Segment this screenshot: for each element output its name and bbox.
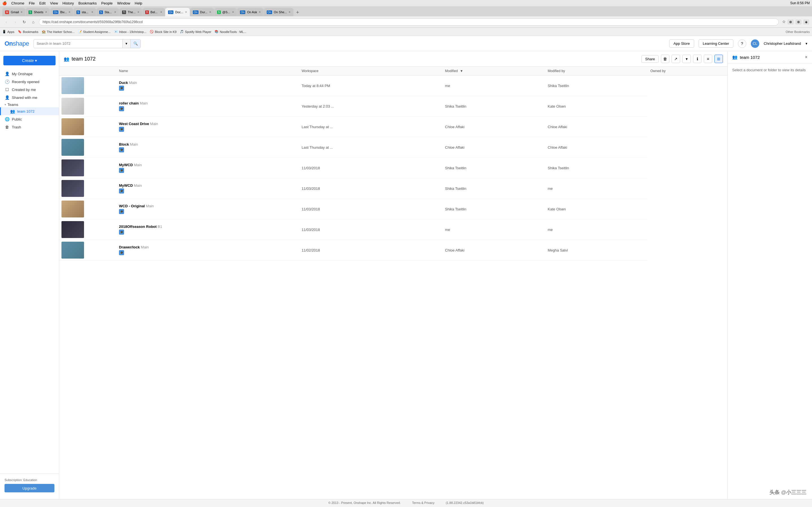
sidebar-item-trash[interactable]: 🗑 Trash — [0, 123, 59, 131]
doc-name-cell[interactable]: Drawer/lock Main 🎓 — [116, 240, 298, 261]
doc-modified-by-cell: Chloe Affaki — [442, 137, 544, 158]
bookmark-blocksite[interactable]: 🚫Block Site in K9 — [150, 30, 176, 34]
doc-modified-cell: Today at 8:44 PM — [298, 75, 442, 96]
detail-close-button[interactable]: × — [805, 55, 808, 60]
col-modified-by[interactable]: Modified by — [545, 67, 647, 75]
bookmark-bookmarks[interactable]: 🔖Bookmarks — [18, 30, 38, 34]
create-button[interactable]: Create ▾ — [3, 56, 56, 65]
address-input[interactable]: https://cad.onshape.com/documents/t/5926… — [39, 18, 779, 25]
grid-view-button[interactable]: ⊞ — [714, 55, 723, 63]
tab-onshape-1[interactable]: On Biv... × — [50, 8, 73, 16]
table-row[interactable]: Block Main 🎓 Last Thursday at ... Chloe … — [59, 137, 727, 158]
tab-onshape-dur[interactable]: On Dur... × — [190, 8, 214, 16]
doc-name-cell[interactable]: 2018Offseason Robot B1 🎓 — [116, 219, 298, 240]
view-menu[interactable]: View — [50, 1, 58, 5]
teams-section-header[interactable]: ▾ Teams — [0, 101, 59, 107]
table-row[interactable]: Drawer/lock Main 🎓 11/02/2018 Chloe Affa… — [59, 240, 727, 261]
sidebar-item-team-1072[interactable]: 👥 team 1072 — [0, 107, 59, 115]
sidebar-item-my-onshape[interactable]: 👤 My Onshape — [0, 70, 59, 78]
edit-menu[interactable]: Edit — [39, 1, 45, 5]
tab-sta2[interactable]: S Sta... × — [96, 8, 119, 16]
help-button[interactable]: ? — [738, 40, 746, 48]
bookmarks-menu[interactable]: Bookmarks — [79, 1, 97, 5]
other-bookmarks[interactable]: Other Bookmarks — [785, 30, 810, 34]
doc-name-cell[interactable]: Block Main 🎓 — [116, 137, 298, 158]
doc-name-cell[interactable]: WCD - Original Main 🎓 — [116, 199, 298, 219]
tab-gmail[interactable]: M Gmail × — [2, 8, 26, 16]
ext-3[interactable]: ◈ — [803, 19, 809, 24]
col-modified[interactable]: Modified ▼ — [442, 67, 544, 75]
tab-bel[interactable]: B Bel... × — [142, 8, 165, 16]
documents-table: Name Workspace Modified ▼ Modified by Ow… — [59, 67, 727, 261]
app-store-button[interactable]: App Store — [669, 40, 694, 48]
detail-panel-message: Select a document or folder to view its … — [732, 68, 806, 72]
doc-modified-by-cell: me — [442, 219, 544, 240]
help-menu[interactable]: Help — [135, 1, 142, 5]
share-button[interactable]: Share — [642, 55, 659, 63]
tab-on-she[interactable]: On On She... × — [264, 8, 294, 16]
delete-button[interactable]: 🗑 — [661, 55, 669, 63]
bookmark-spotify[interactable]: 🎵Spotify Web Player — [180, 30, 211, 34]
user-menu-chevron[interactable]: ▾ — [806, 41, 808, 46]
onshape-logo[interactable]: Onshape — [4, 40, 29, 47]
bookmark-student[interactable]: 📝Student Assignme... — [78, 30, 111, 34]
doc-owned-by-cell: Chloe Affaki — [545, 137, 647, 158]
tab-on-ask[interactable]: On On Ask × — [237, 8, 264, 16]
table-row[interactable]: WCD - Original Main 🎓 11/03/2018 Shika T… — [59, 199, 727, 219]
sidebar-item-shared-with-me[interactable]: 👤 Shared with me — [0, 94, 59, 101]
doc-name-cell[interactable]: Duck Main 🎓 — [116, 75, 298, 96]
table-row[interactable]: West Coast Drive Main 🎓 Last Thursday at… — [59, 117, 727, 137]
history-menu[interactable]: History — [63, 1, 74, 5]
sidebar-item-recently-opened[interactable]: 🕐 Recently opened — [0, 78, 59, 86]
forward-button[interactable]: › — [12, 18, 18, 25]
user-name[interactable]: Christopher Leafstrand — [764, 41, 801, 46]
upgrade-button[interactable]: Upgrade — [4, 484, 54, 492]
ext-2[interactable]: ⊗ — [795, 19, 802, 24]
search-dropdown-button[interactable]: ▾ — [122, 40, 130, 48]
ext-1[interactable]: ⊕ — [788, 19, 794, 24]
sidebar-item-public[interactable]: 🌐 Public — [0, 115, 59, 123]
people-menu[interactable]: People — [101, 1, 112, 5]
window-menu[interactable]: Window — [117, 1, 130, 5]
tab-spotify[interactable]: S @S... × — [214, 8, 237, 16]
tab-sta[interactable]: S sta... × — [73, 8, 96, 16]
search-submit-button[interactable]: 🔍 — [130, 40, 140, 48]
refresh-button[interactable]: ↻ — [21, 18, 28, 25]
table-row[interactable]: Duck Main 🎓 Today at 8:44 PM me Shika Ts… — [59, 75, 727, 96]
doc-name-cell[interactable]: MyWCD Main 🎓 — [116, 158, 298, 178]
bookmark-inbox[interactable]: 📧Inbox - 19christop... — [114, 30, 146, 34]
learning-center-button[interactable]: Learning Center — [699, 40, 733, 48]
table-row[interactable]: MyWCD Main 🎓 11/03/2018 Shika Tseitlin S… — [59, 158, 727, 178]
search-input[interactable] — [34, 41, 122, 46]
col-owned-by[interactable]: Owned by — [647, 67, 727, 75]
new-tab-button[interactable]: + — [294, 8, 302, 16]
doc-type-badge: 🎓 — [119, 250, 124, 255]
col-name[interactable]: Name — [116, 67, 298, 75]
tab-ti[interactable]: Ti The... × — [119, 8, 142, 16]
sidebar-item-created-by-me[interactable]: ☐ Created by me — [0, 86, 59, 94]
user-avatar[interactable]: CL — [751, 40, 759, 48]
bookmark-harker[interactable]: 🏫The Harker Schoo... — [42, 30, 74, 34]
table-row[interactable]: roller chain Main 🎓 Yesterday at 2:03 ..… — [59, 96, 727, 117]
move-button[interactable]: ↗ — [672, 55, 680, 63]
back-button[interactable]: ‹ — [3, 18, 10, 25]
apple-menu[interactable]: 🍎 — [2, 1, 7, 5]
footer-terms[interactable]: Terms & Privacy — [412, 501, 434, 504]
more-options-button[interactable]: ▾ — [682, 55, 691, 63]
list-view-button[interactable]: ≡ — [704, 55, 712, 63]
chrome-menu[interactable]: Chrome — [11, 1, 24, 5]
home-button[interactable]: ⌂ — [30, 18, 37, 25]
doc-name-cell[interactable]: roller chain Main 🎓 — [116, 96, 298, 117]
modified-sort-arrow: ▼ — [460, 69, 463, 73]
bookmark-star[interactable]: ☆ — [782, 19, 786, 24]
table-row[interactable]: MyWCD Main 🎓 11/03/2018 Shika Tseitlin m… — [59, 178, 727, 199]
bookmark-noodletools[interactable]: 📚NoodleTools : ML... — [214, 30, 246, 34]
doc-name-cell[interactable]: West Coast Drive Main 🎓 — [116, 117, 298, 137]
doc-name-cell[interactable]: MyWCD Main 🎓 — [116, 178, 298, 199]
file-menu[interactable]: File — [29, 1, 35, 5]
table-row[interactable]: 2018Offseason Robot B1 🎓 11/03/2018 me m… — [59, 219, 727, 240]
info-button[interactable]: ℹ — [693, 55, 702, 63]
tab-sheets[interactable]: S Sheets × — [26, 8, 50, 16]
tab-onshape-doc[interactable]: On Doc... × — [165, 8, 190, 16]
bookmark-apps[interactable]: 📱Apps — [2, 30, 14, 34]
